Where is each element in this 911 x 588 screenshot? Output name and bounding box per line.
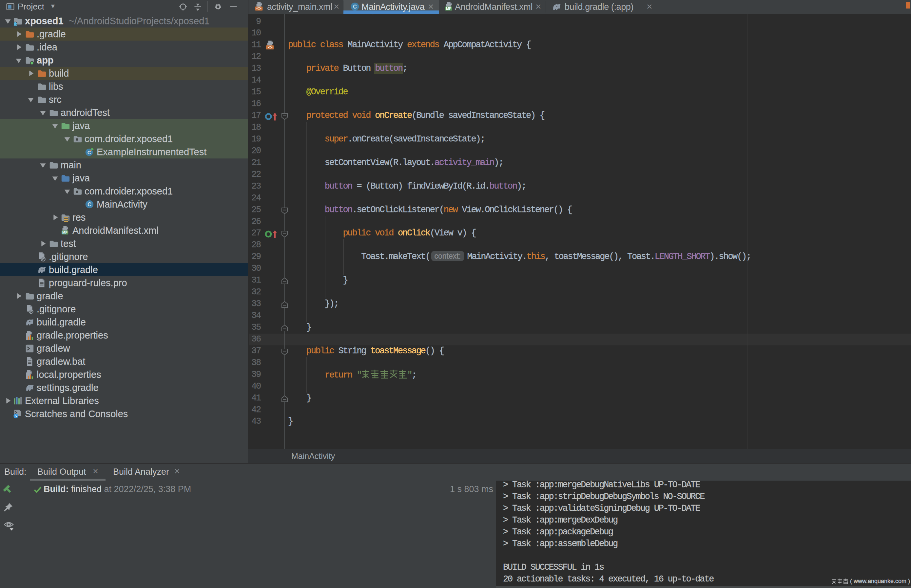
svg-text:C: C [353, 4, 357, 10]
